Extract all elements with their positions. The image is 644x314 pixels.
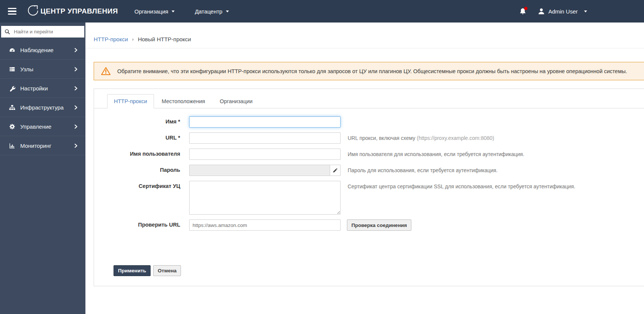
cancel-button[interactable]: Отмена — [153, 265, 181, 276]
username-label: Имя пользователя — [94, 149, 180, 157]
caret-down-icon — [172, 11, 175, 12]
test-connection-button[interactable]: Проверка соединения — [347, 219, 411, 231]
tab-locations[interactable]: Местоположения — [155, 94, 212, 108]
bar-chart-icon — [9, 143, 16, 149]
password-help-text: Пароль для использования, если требуется… — [348, 165, 498, 173]
password-row: Пароль Паро — [94, 165, 644, 176]
test-url-field[interactable] — [189, 219, 341, 231]
search-input[interactable] — [13, 29, 81, 35]
notifications-button[interactable] — [519, 8, 526, 15]
password-edit-button[interactable] — [330, 165, 341, 176]
sidebar-nav: Наблюдение Узлы — [0, 23, 85, 314]
top-navbar: ЦЕНТР УПРАВЛЕНИЯ Организация Датацентр — [0, 0, 644, 23]
ca-cert-textarea[interactable] — [189, 181, 341, 215]
sitemap-icon — [9, 104, 16, 111]
sidebar-item-label: Настройки — [20, 85, 48, 92]
warning-triangle-icon — [101, 66, 111, 76]
chevron-right-icon — [74, 105, 78, 110]
logo-mark-icon — [26, 4, 40, 18]
hamburger-menu-icon[interactable] — [8, 8, 16, 15]
main-content: HTTP-прокси › Новый HTTP-прокси Обратите… — [85, 0, 644, 286]
page-title: Новый HTTP-прокси — [138, 36, 191, 42]
name-row: Имя * — [94, 116, 644, 128]
sidebar-item-label: Инфраструктура — [20, 104, 64, 111]
sidebar-item-label: Узлы — [20, 66, 33, 72]
sidebar-item-monitor[interactable]: Наблюдение — [0, 41, 85, 60]
topbar-right: Admin User — [519, 8, 587, 15]
brand-title: ЦЕНТР УПРАВЛЕНИЯ — [40, 7, 118, 15]
caret-down-icon — [584, 11, 587, 12]
warning-alert: Обратите внимание, что эти конфигурации … — [94, 62, 644, 80]
cacert-row: Сертификат УЦ Сертификат центра сертифик… — [94, 181, 644, 215]
form-panel: HTTP-прокси Местоположения Организации И… — [94, 89, 644, 286]
url-label: URL * — [94, 132, 180, 141]
caret-down-icon — [226, 11, 229, 12]
url-field[interactable] — [189, 132, 341, 144]
user-name: Admin User — [548, 8, 578, 15]
sidebar-item-hosts[interactable]: Узлы — [0, 60, 85, 79]
username-help-text: Имя пользователя для использования, если… — [348, 149, 524, 157]
sidebar-item-monitoring[interactable]: Мониторинг — [0, 136, 85, 155]
url-row: URL * URL прокси, включая схему(https://… — [94, 132, 644, 144]
url-help-example: (https://proxy.example.com:8080) — [417, 135, 494, 141]
breadcrumb-link-http-proxies[interactable]: HTTP-прокси — [94, 36, 128, 42]
sidebar-item-label: Наблюдение — [20, 47, 54, 53]
chevron-right-icon — [74, 143, 78, 148]
notification-badge — [524, 7, 527, 10]
chevron-right-icon — [74, 86, 78, 91]
chevron-right-icon — [74, 67, 78, 72]
pencil-icon — [333, 168, 338, 173]
chevron-right-icon — [74, 48, 78, 53]
sidebar-item-label: Управление — [20, 123, 51, 130]
http-proxy-form: Имя * URL * URL прокси, включая схему(ht… — [94, 108, 644, 286]
tab-http-proxy[interactable]: HTTP-прокси — [107, 94, 154, 108]
context-menus: Организация Датацентр — [134, 8, 229, 15]
sidebar-item-label: Мониторинг — [20, 143, 51, 149]
url-help-text: URL прокси, включая схему(https://proxy.… — [348, 132, 494, 141]
sidebar-item-administer[interactable]: Управление — [0, 117, 85, 136]
username-field[interactable] — [189, 149, 341, 160]
gauge-icon — [9, 47, 16, 53]
username-row: Имя пользователя Имя пользователя для ис… — [94, 149, 644, 160]
chevron-right-icon — [74, 124, 78, 129]
server-icon — [9, 66, 16, 72]
breadcrumb-separator: › — [132, 36, 134, 42]
location-dropdown[interactable]: Датацентр — [195, 8, 229, 15]
test-url-row: Проверить URL Проверка соединения — [94, 219, 644, 231]
name-field[interactable] — [189, 116, 341, 128]
breadcrumb: HTTP-прокси › Новый HTTP-прокси — [85, 23, 644, 48]
form-actions: Применить Отмена — [114, 265, 644, 276]
warning-alert-text: Обратите внимание, что эти конфигурации … — [117, 68, 627, 74]
password-field — [189, 165, 330, 176]
cacert-label: Сертификат УЦ — [94, 181, 180, 189]
sidebar-search — [1, 26, 84, 38]
sidebar-item-infrastructure[interactable]: Инфраструктура — [0, 98, 85, 117]
tab-organizations[interactable]: Организации — [213, 94, 259, 108]
name-label: Имя * — [94, 116, 180, 125]
submit-button[interactable]: Применить — [114, 265, 151, 276]
password-label: Пароль — [94, 165, 180, 173]
organization-dropdown[interactable]: Организация — [134, 8, 175, 15]
cacert-help-text: Сертификат центра сертификации SSL для и… — [348, 181, 575, 189]
wrench-icon — [9, 85, 16, 92]
brand-logo[interactable]: ЦЕНТР УПРАВЛЕНИЯ — [26, 4, 118, 18]
gear-icon — [9, 123, 16, 130]
search-icon — [4, 29, 10, 35]
user-dropdown[interactable]: Admin User — [538, 8, 587, 15]
test-url-label: Проверить URL — [94, 219, 180, 228]
sidebar-item-settings[interactable]: Настройки — [0, 79, 85, 98]
user-avatar-icon — [538, 8, 545, 15]
tab-bar: HTTP-прокси Местоположения Организации — [94, 89, 644, 108]
